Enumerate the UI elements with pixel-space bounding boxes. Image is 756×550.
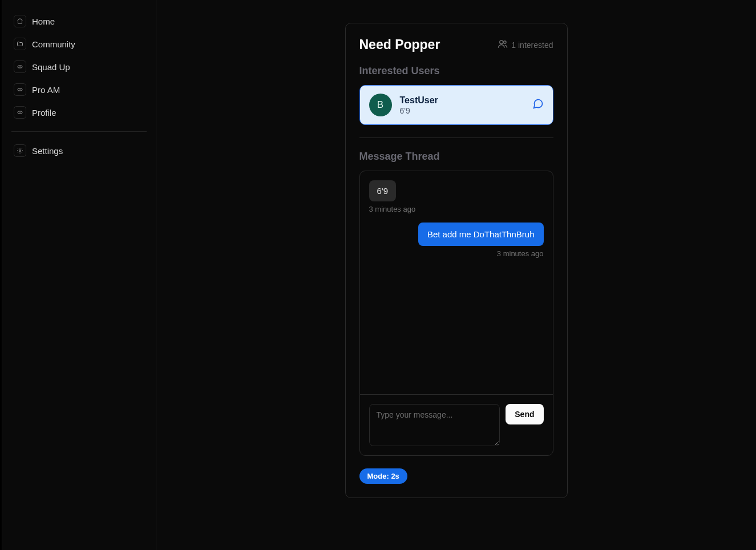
- message-thread: 6'9 3 minutes ago Bet add me DoThatThnBr…: [359, 171, 553, 456]
- sidebar-item-pro-am[interactable]: Pro AM: [9, 79, 149, 100]
- users-icon: [498, 39, 508, 51]
- post-card: Need Popper 1 interested Interested User…: [345, 23, 568, 498]
- svg-point-2: [21, 67, 21, 67]
- sidebar-item-label: Settings: [32, 146, 63, 156]
- sidebar-item-home[interactable]: Home: [9, 10, 149, 32]
- svg-point-9: [19, 150, 21, 152]
- svg-point-4: [19, 90, 19, 90]
- sidebar-item-label: Community: [32, 39, 75, 49]
- main-content: Need Popper 1 interested Interested User…: [156, 0, 756, 550]
- avatar: B: [369, 94, 392, 116]
- sidebar-item-profile[interactable]: Profile: [9, 102, 149, 123]
- message-input[interactable]: [369, 404, 500, 446]
- post-title: Need Popper: [359, 37, 440, 52]
- sidebar-item-label: Pro AM: [32, 85, 60, 95]
- svg-point-10: [500, 41, 503, 44]
- interested-text: 1 interested: [511, 41, 553, 50]
- svg-point-8: [21, 112, 21, 113]
- controller-icon: [14, 106, 26, 119]
- section-users-title: Interested Users: [359, 65, 553, 77]
- svg-rect-3: [18, 88, 22, 91]
- interested-count: 1 interested: [498, 39, 553, 51]
- sidebar: Home Community Squad Up Pro AM Profile: [2, 0, 156, 550]
- message-bubble: Bet add me DoThatThnBruh: [418, 223, 544, 246]
- svg-point-7: [19, 112, 19, 113]
- section-thread-title: Message Thread: [359, 151, 553, 163]
- sidebar-item-settings[interactable]: Settings: [9, 140, 149, 161]
- interested-user-card[interactable]: B TestUser 6'9: [359, 85, 553, 125]
- svg-point-1: [19, 67, 19, 67]
- controller-icon: [14, 83, 26, 96]
- home-icon: [14, 15, 26, 27]
- sidebar-item-label: Profile: [32, 108, 56, 118]
- composer: Send: [360, 394, 553, 455]
- mode-badge: Mode: 2s: [359, 468, 407, 484]
- user-sub: 6'9: [400, 106, 524, 115]
- user-info: TestUser 6'9: [400, 95, 524, 115]
- send-button[interactable]: Send: [506, 404, 543, 424]
- sidebar-item-squad-up[interactable]: Squad Up: [9, 56, 149, 78]
- section-divider: [359, 138, 553, 138]
- svg-point-11: [504, 41, 507, 44]
- message-bubble: 6'9: [369, 180, 397, 201]
- sidebar-item-label: Home: [32, 17, 55, 26]
- message-time: 3 minutes ago: [369, 205, 416, 213]
- controller-icon: [14, 60, 26, 73]
- svg-point-5: [21, 90, 21, 90]
- chat-icon: [532, 98, 544, 112]
- sidebar-divider: [11, 131, 147, 132]
- sidebar-menu: Home Community Squad Up Pro AM Profile: [9, 10, 149, 161]
- sidebar-item-label: Squad Up: [32, 62, 70, 72]
- folder-icon: [14, 38, 26, 50]
- svg-rect-6: [18, 111, 22, 114]
- card-header: Need Popper 1 interested: [359, 37, 553, 52]
- message-time: 3 minutes ago: [497, 249, 544, 258]
- messages-area[interactable]: 6'9 3 minutes ago Bet add me DoThatThnBr…: [360, 171, 553, 394]
- message-outgoing: Bet add me DoThatThnBruh 3 minutes ago: [369, 223, 544, 258]
- svg-rect-0: [18, 66, 22, 68]
- gear-icon: [14, 144, 26, 157]
- message-incoming: 6'9 3 minutes ago: [369, 180, 544, 213]
- user-name: TestUser: [400, 95, 524, 106]
- sidebar-item-community[interactable]: Community: [9, 33, 149, 55]
